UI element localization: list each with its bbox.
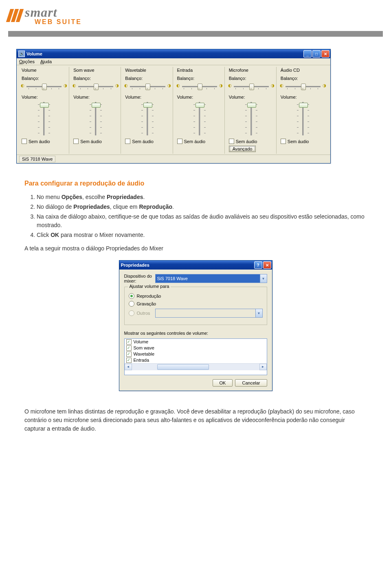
balance-label: Balanço:: [229, 76, 274, 81]
volume-slider[interactable]: [86, 100, 105, 137]
volume-slider[interactable]: [242, 100, 261, 137]
speaker-left-icon: ◐: [280, 83, 283, 88]
menu-ajuda[interactable]: Ajuda: [40, 59, 52, 64]
balance-slider[interactable]: ◐◑: [177, 82, 222, 91]
list-item[interactable]: ✓Wavetable: [125, 351, 267, 357]
mute-checkbox[interactable]: Sem áudio: [281, 139, 325, 144]
channel-name: Wavetable: [125, 68, 170, 73]
radio-icon: [129, 310, 134, 316]
volume-slider[interactable]: [138, 100, 157, 137]
scroll-thumb[interactable]: [157, 364, 209, 370]
list-item[interactable]: ✓Som wave: [125, 345, 267, 351]
balance-slider[interactable]: ◐◑: [125, 82, 170, 91]
radio-reproducao[interactable]: Reprodução: [129, 293, 263, 299]
outros-select: ▼: [155, 309, 263, 318]
channel-name: Microfone: [229, 68, 274, 73]
balance-label: Balanço:: [177, 76, 222, 81]
mute-checkbox[interactable]: Sem áudio: [177, 139, 222, 144]
maximize-button[interactable]: □: [312, 50, 321, 57]
help-button[interactable]: ?: [254, 261, 262, 269]
step-item: No diálogo de Propriedades, clique em Re…: [37, 203, 367, 211]
radio-icon: [129, 293, 134, 299]
properties-dialog: Propriedades ? ✕ Dispositivo do mixer: S…: [119, 260, 272, 391]
advanced-button[interactable]: Avançado: [229, 146, 256, 152]
cancel-button[interactable]: Cancelar: [235, 379, 267, 387]
checkbox-icon: [229, 139, 234, 144]
volume-label: Volume:: [177, 95, 222, 99]
window-title: Volume: [26, 51, 42, 56]
mixer-device-label: Dispositivo do mixer:: [124, 274, 153, 283]
slider-thumb[interactable]: [94, 84, 99, 90]
volume-label: Volume:: [281, 95, 325, 99]
slider-thumb[interactable]: [143, 103, 152, 108]
slider-thumb[interactable]: [247, 103, 256, 108]
mute-checkbox[interactable]: Sem áudio: [22, 139, 66, 144]
minimize-button[interactable]: _: [303, 50, 312, 57]
balance-slider[interactable]: ◐◑: [22, 82, 66, 91]
slider-thumb[interactable]: [40, 103, 49, 108]
dialog-titlebar[interactable]: Propriedades ? ✕: [119, 261, 272, 270]
channel-wavetable: WavetableBalanço:◐◑Volume:Sem áudio: [123, 67, 173, 154]
close-button[interactable]: ✕: [321, 50, 329, 57]
speaker-left-icon: ◐: [72, 83, 76, 88]
channel-name: Entrada: [177, 68, 222, 73]
radio-outros: Outros ▼: [129, 309, 263, 318]
slider-thumb[interactable]: [249, 84, 254, 90]
dialog-close-button[interactable]: ✕: [263, 261, 271, 269]
mute-checkbox[interactable]: Sem áudio: [125, 139, 170, 144]
after-steps-text: A tela a seguir mostra o diálogo Proprie…: [24, 244, 367, 253]
menu-opcoes[interactable]: Opções: [19, 59, 35, 64]
slider-thumb[interactable]: [92, 103, 101, 108]
adjust-volume-group: Ajustar volume para Reprodução Gravação …: [124, 287, 267, 325]
balance-slider[interactable]: ◐◑: [229, 82, 274, 91]
slider-thumb[interactable]: [42, 84, 47, 90]
speaker-left-icon: ◐: [176, 83, 180, 88]
channel-name: Som wave: [73, 68, 118, 73]
controls-listbox[interactable]: ✓Volume✓Som wave✓Wavetable✓Entrada ◄ ►: [124, 338, 267, 375]
balance-slider[interactable]: ◐◑: [281, 82, 325, 91]
volume-label: Volume:: [125, 95, 170, 99]
slider-thumb[interactable]: [196, 103, 204, 108]
slider-thumb[interactable]: [198, 84, 202, 90]
list-item[interactable]: ✓Entrada: [125, 357, 267, 363]
speaker-right-icon: ◑: [64, 83, 67, 88]
ok-button[interactable]: OK: [213, 379, 233, 387]
logo-brand: smart: [25, 6, 82, 19]
volume-slider[interactable]: [190, 100, 209, 137]
volume-slider[interactable]: [35, 100, 53, 137]
status-bar: SiS 7018 Wave: [17, 155, 330, 163]
footer-paragraph: O microfone tem linhas distintas de repr…: [24, 407, 367, 433]
speaker-left-icon: ◐: [21, 83, 24, 88]
radio-gravacao[interactable]: Gravação: [129, 301, 263, 307]
volume-mixer-window: 🔊 Volume _ □ ✕ Opções Ajuda VolumeBalanç…: [16, 49, 331, 164]
menu-bar: Opções Ajuda: [17, 58, 330, 65]
slider-thumb[interactable]: [301, 84, 306, 90]
channel-microfone: MicrofoneBalanço:◐◑Volume:Sem áudioAvanç…: [226, 67, 277, 154]
channel-volume: VolumeBalanço:◐◑Volume:Sem áudio: [19, 67, 69, 154]
step-item: No menu Opções, escolhe Propriedades.: [37, 193, 367, 201]
section-heading: Para configurar a reprodução de áudio: [24, 180, 367, 187]
balance-slider[interactable]: ◐◑: [73, 82, 118, 91]
scroll-left-icon[interactable]: ◄: [125, 364, 132, 370]
window-titlebar[interactable]: 🔊 Volume _ □ ✕: [17, 49, 330, 58]
horizontal-scrollbar[interactable]: ◄ ►: [125, 363, 267, 370]
chevron-down-icon: ▼: [260, 274, 267, 283]
group-legend: Ajustar volume para: [128, 284, 171, 289]
mixer-device-select[interactable]: SiS 7018 Wave ▼: [155, 274, 267, 283]
steps-list: No menu Opções, escolhe Propriedades.No …: [37, 193, 367, 239]
mute-checkbox[interactable]: Sem áudio: [73, 139, 118, 144]
scroll-right-icon[interactable]: ►: [259, 364, 267, 370]
channel-entrada: EntradaBalanço:◐◑Volume:Sem áudio: [175, 67, 225, 154]
slider-thumb[interactable]: [299, 103, 308, 108]
speaker-right-icon: ◑: [219, 83, 223, 88]
slider-thumb[interactable]: [145, 84, 150, 90]
balance-label: Balanço:: [22, 76, 66, 81]
checkbox-icon: [125, 139, 130, 144]
list-item[interactable]: ✓Volume: [125, 339, 267, 345]
volume-slider[interactable]: [294, 100, 312, 137]
volume-label: Volume:: [229, 95, 274, 99]
dialog-title: Propriedades: [121, 263, 149, 267]
channel-name: Volume: [22, 68, 66, 73]
volume-label: Volume:: [73, 95, 118, 99]
mute-checkbox[interactable]: Sem áudio: [229, 139, 274, 144]
